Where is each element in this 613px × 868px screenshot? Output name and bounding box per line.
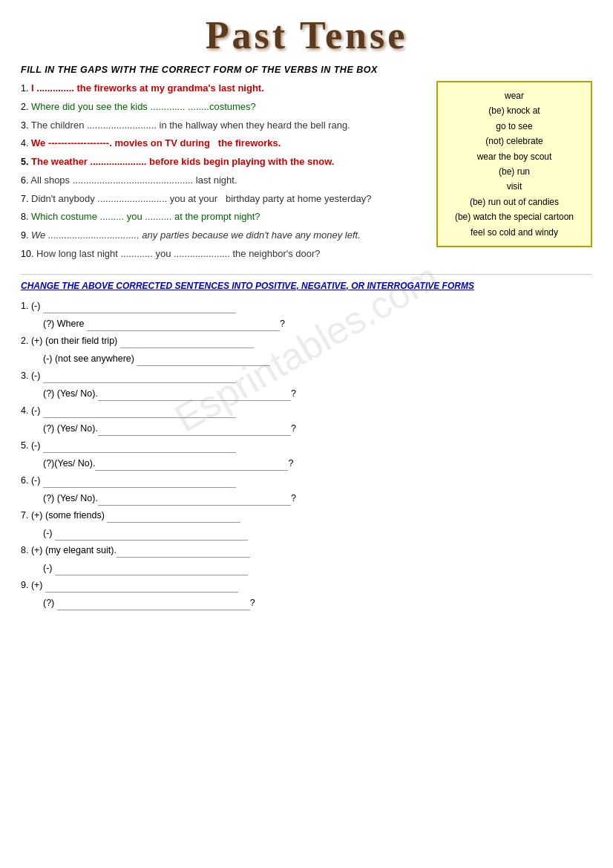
verb-item: visit xyxy=(445,179,583,194)
s2-sub-8: (-) xyxy=(43,561,592,575)
question-2: 2. Where did you see the kids ..........… xyxy=(21,99,427,114)
fill-line xyxy=(107,512,240,523)
fill-line xyxy=(98,425,291,436)
s2-sub-7: (-) xyxy=(43,526,592,541)
s2-item-5: 5. (-) xyxy=(21,438,592,453)
fill-line xyxy=(43,477,236,488)
verb-item: (be) watch the special cartoon xyxy=(445,209,583,224)
question-10: 10. How long last night ............ you… xyxy=(21,247,427,261)
fill-line xyxy=(95,460,288,471)
section1-heading: FILL IN THE GAPS WITH THE CORRECT FORM O… xyxy=(21,65,592,75)
fill-line xyxy=(45,582,238,593)
main-content: 1. I .............. the fireworks at my … xyxy=(21,81,592,265)
question-4: 4. We -------------------. movies on TV … xyxy=(21,136,427,151)
verb-item: feel so cold and windy xyxy=(445,225,583,240)
s2-sub-3: (?) (Yes/ No).? xyxy=(43,386,592,401)
question-1: 1. I .............. the fireworks at my … xyxy=(21,81,427,96)
verb-item: go to see xyxy=(445,119,583,134)
fill-line xyxy=(43,408,236,418)
s2-sub-1: (?) Where ? xyxy=(43,316,592,331)
s2-item-3: 3. (-) xyxy=(21,368,592,383)
question-7: 7. Didn't anybody ......................… xyxy=(21,192,427,206)
fill-line xyxy=(43,303,236,313)
fill-line xyxy=(87,321,280,331)
section-divider xyxy=(21,274,592,275)
page-title: Past Tense xyxy=(21,13,592,57)
fill-line xyxy=(117,547,250,558)
s2-item-7: 7. (+) (some friends) xyxy=(21,508,592,523)
fill-line xyxy=(55,565,248,575)
section2-content: 1. (-) (?) Where ? 2. (+) (on their fiel… xyxy=(21,298,592,610)
s2-sub-6: (?) (Yes/ No).? xyxy=(43,491,592,506)
s2-item-4: 4. (-) xyxy=(21,403,592,418)
verb-item: wear the boy scout xyxy=(445,149,583,164)
fill-line xyxy=(43,373,236,383)
fill-line xyxy=(55,530,248,541)
verb-box: wear (be) knock at go to see (not) celeb… xyxy=(436,81,592,247)
s2-item-8: 8. (+) (my elegant suit). xyxy=(21,543,592,558)
section2-heading: CHANGE THE ABOVE CORRECTED SENTENCES INT… xyxy=(21,281,592,291)
s2-sub-5: (?)(Yes/ No).? xyxy=(43,456,592,471)
s2-sub-9: (?) ? xyxy=(43,595,592,610)
fill-line xyxy=(98,391,291,401)
question-8: 8. Which costume ......... you .........… xyxy=(21,209,427,224)
s2-item-9: 9. (+) xyxy=(21,578,592,593)
question-5: 5. The weather ..................... bef… xyxy=(21,154,427,169)
verb-item: (be) run out of candies xyxy=(445,195,583,209)
fill-line xyxy=(137,356,270,366)
s2-sub-4: (?) (Yes/ No).? xyxy=(43,421,592,436)
verb-item: (be) run xyxy=(445,164,583,179)
fill-line xyxy=(43,443,236,453)
questions-column: 1. I .............. the fireworks at my … xyxy=(21,81,427,265)
fill-line xyxy=(120,338,254,348)
s2-sub-2: (-) (not see anywhere) xyxy=(43,351,592,366)
fill-line xyxy=(57,600,250,610)
verb-item: (not) celebrate xyxy=(445,134,583,149)
s2-item-1: 1. (-) xyxy=(21,298,592,313)
s2-item-6: 6. (-) xyxy=(21,473,592,488)
question-3: 3. The children ........................… xyxy=(21,118,427,133)
s2-item-2: 2. (+) (on their field trip) xyxy=(21,333,592,348)
question-9: 9. We ..................................… xyxy=(21,228,427,243)
verb-item: (be) knock at xyxy=(445,103,583,118)
verb-item: wear xyxy=(445,88,583,103)
question-6: 6. All shops ...........................… xyxy=(21,173,427,188)
fill-line xyxy=(98,495,291,506)
